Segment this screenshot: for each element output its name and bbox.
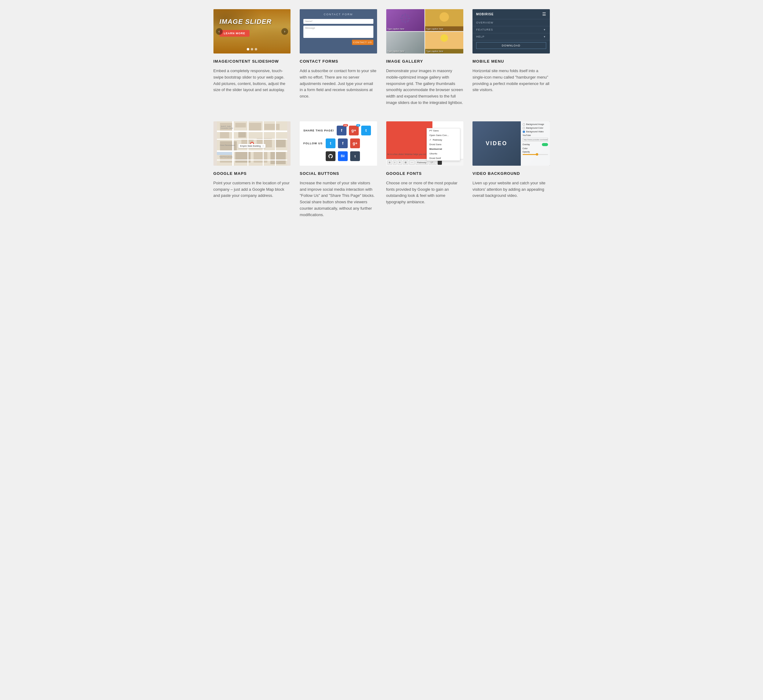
follow-twitter-btn[interactable]: t [326, 139, 335, 148]
contact-forms-desc: Add a subscribe or contact form to your … [300, 68, 377, 100]
card-gallery: Type caption here Type caption here Type… [386, 9, 464, 106]
map-bg: Jacob K. Javits Convention Center Отель … [213, 121, 291, 166]
social-preview: SHARE THIS PAGE! f 192 g+ 47 t FOLLOW US [300, 121, 377, 166]
share-googleplus-btn[interactable]: g+ 47 [349, 126, 359, 135]
video-bg-desc: Liven up your website and catch your sit… [473, 180, 550, 199]
slider-heading: IMAGE SLIDER [219, 18, 272, 26]
font-pt-sans[interactable]: PT Sans [427, 128, 460, 133]
font-montserrat[interactable]: Montserrat [427, 147, 460, 151]
svg-point-0 [404, 17, 406, 19]
mm-nav-help-label: HELP [476, 35, 485, 38]
mm-nav-features[interactable]: FEATURES ▼ [473, 26, 550, 33]
vp-slider-handle[interactable] [536, 153, 538, 156]
slider-prev-arrow[interactable]: ‹ [216, 28, 222, 35]
slider-dots [247, 48, 257, 50]
toolbar-tool-4[interactable]: ⊞ [403, 160, 408, 165]
svg-rect-18 [235, 123, 246, 128]
video-title-text: VIDEO [486, 140, 508, 147]
svg-rect-35 [248, 121, 248, 166]
vp-bg-video-radio[interactable] [523, 131, 525, 133]
font-droid-sans[interactable]: Droid Sans [427, 142, 460, 147]
cf-message-field[interactable]: Message [303, 26, 373, 38]
mm-download-btn[interactable]: DOWNLOAD [476, 42, 546, 49]
vp-opacity-slider[interactable] [523, 154, 548, 155]
gallery-caption-2: Type caption here [426, 28, 443, 30]
svg-point-7 [406, 14, 409, 17]
cf-header: CONTACT FORM [303, 13, 373, 16]
video-preview-bg: VIDEO Background Image Background Color [473, 121, 550, 166]
svg-point-1 [404, 13, 406, 16]
vp-color-label: Color [523, 147, 528, 150]
gallery-cell-1[interactable]: Type caption here [386, 9, 425, 31]
slider-learn-more-btn[interactable]: LEARN MORE [219, 30, 250, 37]
font-ubuntu[interactable]: Ubuntu [427, 151, 460, 156]
share-twitter-btn[interactable]: t [361, 126, 371, 135]
gallery-cell-3[interactable]: Type caption here [386, 32, 425, 54]
vp-bg-image-radio[interactable] [523, 123, 525, 126]
gallery-title: IMAGE GALLERY [386, 59, 464, 64]
mm-nav-help[interactable]: HELP ▼ [473, 33, 550, 41]
svg-point-6 [406, 20, 409, 23]
follow-behance-btn[interactable]: Bē [338, 151, 348, 161]
mm-nav-overview[interactable]: OVERVIEW [473, 19, 550, 26]
gallery-cell-4[interactable]: Type caption here [425, 32, 463, 54]
follow-tumblr-btn[interactable]: t [350, 151, 360, 161]
svg-rect-19 [238, 132, 246, 138]
vp-overlay-row: Overlay [523, 143, 548, 146]
slideshow-desc: Embed a completely responsive, touch-swi… [213, 68, 291, 93]
follow-googleplus-btn[interactable]: g+ [350, 139, 360, 148]
video-settings-panel: Background Image Background Color Backgr… [521, 121, 550, 166]
fb-badge: 192 [343, 124, 348, 127]
social-buttons-desc: Increase the number of your site visitor… [300, 180, 377, 218]
svg-rect-38 [217, 152, 232, 155]
hamburger-icon[interactable]: ☰ [542, 12, 546, 17]
slideshow-title: IMAGE/CONTENT SLIDESHOW [213, 59, 291, 64]
gallery-desc: Demonstrate your images in masonry mobil… [386, 68, 464, 106]
slider-next-arrow[interactable]: › [281, 28, 288, 35]
dot-2[interactable] [251, 48, 253, 50]
follow-github-btn[interactable] [326, 151, 335, 161]
map-close-icon[interactable]: × [262, 145, 263, 147]
map-tooltip: Empire State Building × [238, 144, 265, 148]
toolbar-font-size[interactable]: 17... [429, 160, 437, 165]
google-maps-desc: Point your customers in the location of … [213, 180, 291, 199]
dot-3[interactable] [255, 48, 257, 50]
cf-name-field[interactable]: Name* [303, 19, 373, 24]
toolbar-tool-1[interactable]: B [387, 160, 392, 165]
vp-url-input[interactable]: http://www.youtube.com/watd [523, 138, 548, 142]
font-open-sans[interactable]: Open Sans Con... [427, 133, 460, 138]
slideshow-preview: IMAGE SLIDER LEARN MORE ‹ › [213, 9, 291, 53]
share-row: SHARE THIS PAGE! f 192 g+ 47 t [303, 126, 373, 135]
cf-preview-bg: CONTACT FORM Name* Message CONTACT US [300, 9, 377, 53]
gallery-cell-2[interactable]: Type caption here [425, 9, 463, 31]
dot-1[interactable] [247, 48, 249, 50]
gallery-grid: Type caption here Type caption here Type… [386, 9, 464, 53]
check-icon: ✓ [429, 139, 431, 141]
font-raleway[interactable]: ✓ Raleway [427, 138, 460, 142]
share-facebook-btn[interactable]: f 192 [337, 126, 346, 135]
fonts-preview-bg: PT Sans Open Sans Con... ✓ Raleway Droid… [386, 121, 464, 166]
contact-forms-title: CONTACT FORMS [300, 59, 377, 64]
vp-bg-video-row: Background Video [523, 131, 548, 133]
vp-bg-color-label: Background Color [526, 127, 544, 129]
toolbar-tool-2[interactable]: I [393, 160, 396, 165]
fonts-dropdown[interactable]: PT Sans Open Sans Con... ✓ Raleway Droid… [427, 128, 460, 161]
toolbar-tool-5[interactable]: ⋯ [409, 160, 415, 165]
cf-submit-btn[interactable]: CONTACT US [352, 40, 373, 45]
svg-rect-29 [270, 150, 286, 164]
vp-overlay-label: Overlay [523, 143, 530, 145]
toolbar-color-swatch[interactable] [438, 160, 442, 165]
mm-nav-overview-label: OVERVIEW [476, 21, 493, 24]
toolbar-font-name[interactable]: Raleway [415, 160, 428, 165]
vp-bg-color-radio[interactable] [523, 127, 525, 129]
vp-overlay-toggle[interactable] [542, 143, 548, 146]
svg-point-2 [404, 20, 406, 23]
toolbar-tool-3[interactable]: ≡ [398, 160, 402, 165]
card-video-bg: VIDEO Background Image Background Color [473, 121, 550, 218]
mobile-menu-title: MOBILE MENU [473, 59, 550, 64]
video-main-area: VIDEO [473, 121, 521, 166]
svg-text:Отель Пенсильвания: Отель Пенсильвания [220, 144, 235, 146]
follow-facebook-btn[interactable]: f [338, 139, 348, 148]
font-droid-serif[interactable]: Droid Serif [427, 156, 460, 161]
gp-badge: 47 [356, 124, 360, 127]
